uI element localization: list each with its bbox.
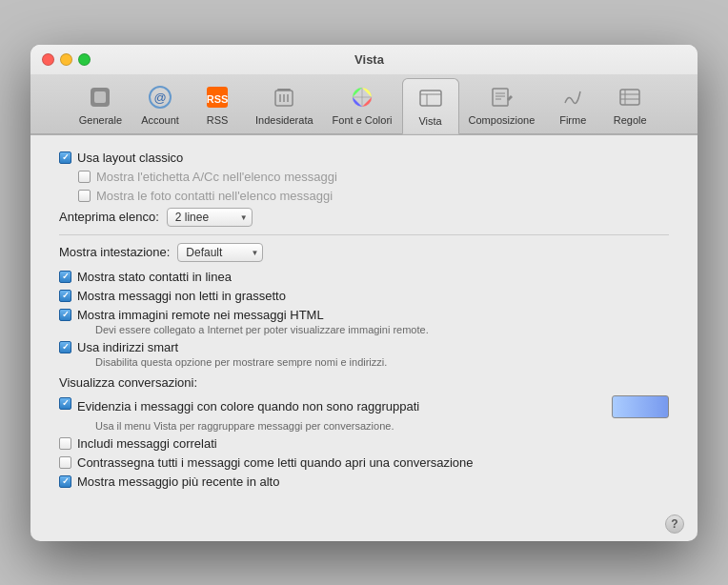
main-window: Vista Generale @ Account RSS RSS — [30, 45, 698, 541]
includi-row: Includi messaggi correlati — [59, 436, 669, 451]
anteprima-select-wrapper: 2 linee — [167, 208, 253, 227]
bottom-bar: ? — [30, 509, 698, 541]
toolbar-vista[interactable]: Vista — [402, 78, 459, 134]
toolbar-generale[interactable]: Generale — [70, 78, 131, 133]
toolbar-account[interactable]: @ Account — [131, 78, 189, 133]
evidenzia-label: Evidenzia i messaggi con colore quando n… — [77, 399, 419, 414]
mostra-foto-label: Mostra le foto contatti nell'elenco mess… — [96, 189, 333, 203]
anteprima-select[interactable]: 2 linee — [167, 208, 253, 227]
mostra-non-letti-label: Mostra messaggi non letti in grassetto — [77, 289, 286, 303]
firme-label: Firme — [559, 114, 586, 126]
font-colori-icon — [347, 82, 377, 112]
mostra-foto-checkbox[interactable] — [78, 190, 91, 202]
toolbar-regole[interactable]: Regole — [601, 78, 658, 133]
toolbar: Generale @ Account RSS RSS Indesiderata — [30, 74, 698, 134]
regole-label: Regole — [614, 114, 647, 126]
svg-rect-1 — [94, 91, 106, 103]
account-label: Account — [141, 114, 179, 126]
svg-rect-19 — [620, 90, 639, 105]
usa-indirizzi-checkbox[interactable] — [59, 341, 71, 353]
contrassegna-row: Contrassegna tutti i messaggi come letti… — [59, 455, 669, 470]
mostra-immagini-label: Mostra immagini remote nei messaggi HTML — [77, 308, 324, 322]
traffic-lights — [42, 53, 91, 66]
vista-icon — [415, 83, 446, 113]
mostra-intestazione-select[interactable]: Default — [177, 243, 263, 262]
close-button[interactable] — [42, 53, 54, 66]
evidenzia-note: Usa il menu Vista per raggruppare messag… — [59, 420, 669, 432]
mostra-intestazione-row: Mostra intestazione: Default — [59, 243, 669, 262]
anteprima-label: Anteprima elenco: — [59, 210, 159, 224]
evidenzia-checkbox[interactable] — [59, 397, 71, 410]
firme-icon — [557, 82, 588, 112]
mostra-non-letti-checkbox[interactable] — [59, 290, 71, 302]
generale-icon — [85, 82, 115, 112]
mostra-intestazione-label: Mostra intestazione: — [59, 245, 170, 259]
usa-indirizzi-label: Usa indirizzi smart — [77, 340, 178, 354]
mostra-foto-row: Mostra le foto contatti nell'elenco mess… — [59, 189, 669, 203]
evidenzia-main: Evidenzia i messaggi con colore quando n… — [77, 395, 669, 418]
mostra-immagini-checkbox[interactable] — [59, 309, 71, 321]
anteprima-row: Anteprima elenco: 2 linee — [59, 208, 669, 227]
generale-label: Generale — [79, 114, 122, 126]
mostra-etichetta-row: Mostra l'etichetta A/Cc nell'elenco mess… — [59, 170, 669, 184]
mostra-stato-label: Mostra stato contatti in linea — [77, 270, 232, 284]
mostra-intestazione-wrapper: Default — [177, 243, 263, 262]
usa-layout-label: Usa layout classico — [77, 151, 183, 165]
titlebar: Vista Generale @ Account RSS RSS — [30, 45, 698, 135]
account-icon: @ — [145, 82, 175, 112]
includi-label: Includi messaggi correlati — [77, 436, 217, 451]
evidenzia-text: Evidenzia i messaggi con colore quando n… — [77, 395, 669, 418]
mostra-stato-row: Mostra stato contatti in linea — [59, 270, 669, 284]
toolbar-firme[interactable]: Firme — [544, 78, 601, 133]
includi-checkbox[interactable] — [59, 437, 71, 450]
toolbar-indesiderata[interactable]: Indesiderata — [246, 78, 323, 133]
mostra-recente-checkbox[interactable] — [59, 475, 71, 488]
help-button[interactable]: ? — [665, 514, 684, 534]
svg-rect-12 — [420, 91, 441, 106]
mostra-recente-row: Mostra messaggio più recente in alto — [59, 474, 669, 489]
mostra-non-letti-row: Mostra messaggi non letti in grassetto — [59, 289, 669, 303]
window-title: Vista — [91, 52, 648, 67]
mostra-immagini-note: Devi essere collegato a Internet per pot… — [59, 324, 669, 335]
minimize-button[interactable] — [60, 53, 72, 66]
composizione-label: Composizione — [469, 114, 536, 126]
contrassegna-checkbox[interactable] — [59, 456, 71, 469]
svg-text:@: @ — [153, 91, 166, 105]
toolbar-rss[interactable]: RSS RSS — [189, 78, 246, 133]
regole-icon — [615, 82, 645, 112]
svg-text:RSS: RSS — [207, 93, 229, 105]
usa-layout-checkbox[interactable] — [59, 151, 71, 164]
rss-label: RSS — [207, 114, 229, 126]
rss-icon: RSS — [202, 82, 233, 112]
mostra-stato-checkbox[interactable] — [59, 271, 71, 283]
color-swatch[interactable] — [612, 395, 669, 418]
toolbar-composizione[interactable]: Composizione — [459, 78, 545, 133]
visualizza-label: Visualizza conversazioni: — [59, 375, 669, 390]
evidenzia-row: Evidenzia i messaggi con colore quando n… — [59, 395, 669, 418]
indesiderata-label: Indesiderata — [255, 114, 313, 126]
mostra-immagini-row: Mostra immagini remote nei messaggi HTML — [59, 308, 669, 322]
svg-rect-15 — [493, 89, 508, 106]
mostra-recente-label: Mostra messaggio più recente in alto — [77, 474, 279, 489]
indesiderata-icon — [269, 82, 299, 112]
composizione-icon — [486, 82, 516, 112]
usa-indirizzi-note: Disabilita questa opzione per mostrare s… — [59, 356, 669, 368]
content-area: Usa layout classico Mostra l'etichetta A… — [30, 135, 698, 509]
maximize-button[interactable] — [78, 53, 91, 66]
visualizza-section: Visualizza conversazioni: Evidenzia i me… — [59, 375, 669, 489]
usa-indirizzi-row: Usa indirizzi smart — [59, 340, 669, 354]
usa-layout-row: Usa layout classico — [59, 151, 669, 165]
mostra-etichetta-label: Mostra l'etichetta A/Cc nell'elenco mess… — [96, 170, 337, 184]
vista-label: Vista — [418, 115, 441, 127]
contrassegna-label: Contrassegna tutti i messaggi come letti… — [77, 455, 474, 470]
font-colori-label: Font e Colori — [333, 114, 393, 126]
mostra-etichetta-checkbox[interactable] — [78, 171, 91, 183]
toolbar-font-colori[interactable]: Font e Colori — [323, 78, 402, 133]
